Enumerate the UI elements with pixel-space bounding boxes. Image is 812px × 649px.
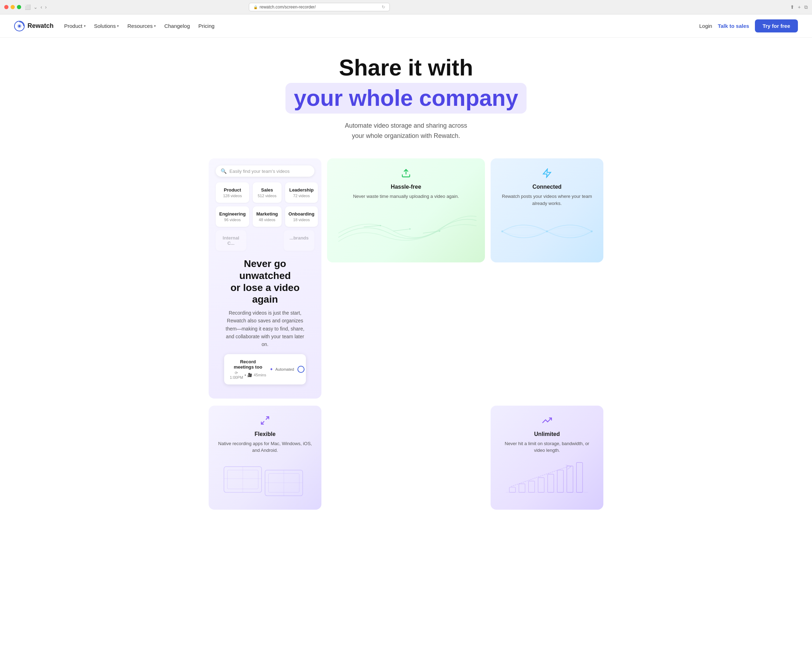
share-icon[interactable]: ⬆: [790, 4, 794, 10]
nav-actions: Login Talk to sales Try for free: [699, 19, 798, 32]
new-tab-icon[interactable]: +: [798, 4, 801, 10]
browser-controls: ⬜ ⌄ ‹ ›: [25, 4, 47, 10]
partial-cat-2: ...brands: [284, 230, 314, 251]
chevron-down-icon[interactable]: ⌄: [34, 4, 38, 10]
feature-grid: Hassle-free Never waste time manually up…: [195, 151, 617, 405]
hero-title: Share it with your whole company: [7, 55, 805, 113]
unlimited-desc: Never hit a limit on storage, bandwidth,…: [499, 440, 595, 454]
upload-icon: [336, 168, 476, 180]
traffic-lights: [4, 5, 21, 9]
record-meetings-card: Record meetings too ⟳ 1:00PM • 🎥 45mins …: [224, 354, 306, 384]
svg-marker-4: [543, 169, 551, 178]
record-duration: 45mins: [254, 373, 266, 377]
svg-rect-19: [509, 487, 515, 492]
hassle-free-desc: Never waste time manually uploading a vi…: [336, 193, 476, 200]
partial-categories: Internal C... ...brands: [216, 230, 314, 251]
hero-highlight: your whole company: [285, 83, 527, 113]
flexible-card: Flexible Native recording apps for Mac, …: [209, 406, 321, 510]
address-bar[interactable]: 🔒 rewatch.com/screen-recorder/ ↻: [249, 3, 390, 11]
hero-section: Share it with your whole company Automat…: [0, 38, 812, 151]
svg-rect-22: [538, 478, 544, 492]
automated-toggle[interactable]: [298, 366, 304, 373]
search-icon: 🔍: [221, 168, 227, 174]
automated-label: Automated: [275, 367, 294, 371]
logo-icon: [14, 21, 25, 31]
svg-line-8: [266, 416, 269, 419]
close-button[interactable]: [4, 5, 8, 9]
lightning-icon: [499, 168, 595, 180]
login-button[interactable]: Login: [699, 23, 712, 29]
record-info: Record meetings too ⟳ 1:00PM • 🎥 45mins: [230, 359, 266, 380]
chevron-down-icon: ▾: [84, 24, 85, 28]
logo-text: Rewatch: [27, 22, 53, 30]
nav-solutions[interactable]: Solutions ▾: [94, 23, 119, 29]
hassle-free-title: Hassle-free: [336, 184, 476, 190]
svg-rect-26: [577, 462, 583, 492]
video-icon: 🎥: [247, 373, 252, 377]
category-leadership[interactable]: Leadership 72 videos: [285, 182, 318, 203]
logo[interactable]: Rewatch: [14, 21, 53, 31]
nav-links: Product ▾ Solutions ▾ Resources ▾ Change…: [64, 23, 215, 29]
unlimited-card: Unlimited Never hit a limit on storage, …: [491, 406, 603, 510]
search-placeholder: Easily find your team's videos: [229, 168, 290, 174]
fullscreen-button[interactable]: [17, 5, 21, 9]
talk-sales-button[interactable]: Talk to sales: [718, 23, 749, 29]
recording-illustration: [217, 458, 313, 500]
tabs-icon[interactable]: ⧉: [804, 4, 808, 10]
record-meta: ⟳ 1:00PM • 🎥 45mins: [230, 371, 266, 380]
mid-bottom-section: Never go unwatchedor lose a video again …: [216, 251, 314, 391]
trending-up-icon: [499, 415, 595, 427]
hero-subtitle: Automate video storage and sharing acros…: [7, 121, 805, 141]
svg-point-7: [591, 231, 592, 233]
category-product[interactable]: Product 128 videos: [216, 182, 249, 203]
nav-changelog[interactable]: Changelog: [164, 23, 190, 29]
library-card: 🔍 Easily find your team's videos Product…: [209, 158, 321, 398]
svg-point-6: [546, 231, 548, 233]
nav-resources[interactable]: Resources ▾: [127, 23, 156, 29]
expand-icon: [217, 415, 313, 427]
svg-rect-23: [548, 474, 554, 492]
svg-rect-24: [557, 470, 563, 492]
sidebar-icon[interactable]: ⬜: [25, 4, 31, 10]
partial-cat-1: Internal C...: [216, 230, 246, 251]
svg-rect-20: [519, 484, 525, 492]
category-onboarding[interactable]: Onboarding 18 videos: [285, 206, 318, 227]
svg-point-5: [501, 231, 503, 233]
back-icon[interactable]: ‹: [41, 4, 42, 10]
svg-rect-25: [567, 466, 573, 492]
connected-illustration: [499, 210, 595, 253]
try-free-button[interactable]: Try for free: [755, 19, 798, 32]
category-marketing[interactable]: Marketing 48 videos: [253, 206, 281, 227]
nav-product[interactable]: Product ▾: [64, 23, 85, 29]
navbar: Rewatch Product ▾ Solutions ▾ Resources …: [0, 14, 812, 38]
automated-badge: ✦ Automated: [270, 367, 294, 372]
mid-desc: Recording videos is just the start, Rewa…: [224, 309, 306, 349]
reload-icon[interactable]: ↻: [382, 5, 385, 9]
wave-illustration: [336, 204, 476, 246]
search-bar[interactable]: 🔍 Easily find your team's videos: [216, 165, 314, 177]
chart-illustration: [499, 458, 595, 500]
chevron-down-icon: ▾: [154, 24, 156, 28]
svg-rect-21: [529, 481, 535, 492]
hassle-free-card: Hassle-free Never waste time manually up…: [327, 158, 485, 262]
mid-title: Never go unwatchedor lose a video again: [224, 258, 306, 305]
connected-desc: Rewatch posts your videos where your tea…: [499, 193, 595, 207]
category-engineering[interactable]: Engineering 96 videos: [216, 206, 249, 227]
connected-card: Connected Rewatch posts your videos wher…: [491, 158, 603, 262]
feature-grid-row2: Flexible Native recording apps for Mac, …: [195, 406, 617, 524]
middle-spacer: [327, 406, 485, 510]
browser-chrome: ⬜ ⌄ ‹ › 🔒 rewatch.com/screen-recorder/ ↻…: [0, 0, 812, 14]
connected-title: Connected: [499, 184, 595, 190]
minimize-button[interactable]: [11, 5, 15, 9]
forward-icon[interactable]: ›: [45, 4, 47, 10]
lock-icon: 🔒: [253, 5, 258, 9]
browser-actions: ⬆ + ⧉: [790, 4, 808, 10]
video-categories: Product 128 videos Sales 512 videos Lead…: [216, 182, 314, 227]
unlimited-title: Unlimited: [499, 431, 595, 437]
flexible-desc: Native recording apps for Mac, Windows, …: [217, 440, 313, 454]
record-time: ⟳ 1:00PM: [230, 371, 243, 380]
category-sales[interactable]: Sales 512 videos: [253, 182, 281, 203]
url-text: rewatch.com/screen-recorder/: [260, 5, 316, 9]
nav-pricing[interactable]: Pricing: [198, 23, 215, 29]
flexible-title: Flexible: [217, 431, 313, 437]
